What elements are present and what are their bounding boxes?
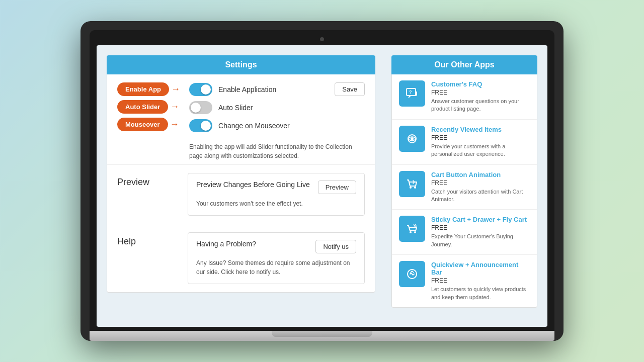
cart-animation-icon [399,171,425,197]
cart-animation-price: FREE [431,179,530,187]
laptop-screen: Settings Enable App → Auto [97,45,547,327]
mouseover-row: Change on Mouseover [189,119,365,132]
auto-slider-arrow: → [170,102,179,112]
svg-point-7 [414,231,416,233]
toggles-section: Enable App → Auto Slider → Mouseover → [107,74,375,165]
other-apps-panel: Our Other Apps ? Custome [391,55,537,317]
help-section: Help Having a Problem? Notify us Any Iss… [107,224,375,292]
mouseover-arrow: → [170,119,179,130]
mouseover-badge-row: Mouseover → [117,118,180,131]
camera-dot [320,37,324,41]
customers-faq-price: FREE [431,89,530,96]
preview-section: Preview Preview Changes Before Going Liv… [107,165,375,224]
sticky-cart-desc: Expedite Your Customer's Buying Journey. [431,233,530,248]
sticky-cart-name: Sticky Cart + Drawer + Fly Cart [431,216,530,223]
quickview-info: Quickview + Announcement Bar FREE Let cu… [431,261,530,301]
auto-slider-badge: Auto Slider [117,100,168,114]
customers-faq-desc: Answer customer questions on your produc… [431,98,530,113]
recently-viewed-name: Recently Viewed Items [431,126,530,133]
cart-animation-desc: Catch your visitors attention with Cart … [431,188,530,204]
preview-label: Preview [117,173,188,216]
preview-box: Preview Changes Before Going Live Previe… [188,173,365,216]
sticky-cart-info: Sticky Cart + Drawer + Fly Cart FREE Exp… [431,216,530,248]
preview-header: Preview Changes Before Going Live Previe… [196,180,356,194]
mouseover-label: Change on Mouseover [218,122,365,130]
svg-point-6 [410,231,412,233]
customers-faq-icon: ? [399,80,425,107]
help-subtitle: Any Issue? Some themes do require some a… [196,258,356,277]
screen-bezel: Settings Enable App → Auto [90,30,554,331]
quickview-name: Quickview + Announcement Bar [431,261,530,276]
recently-viewed-price: FREE [431,134,530,141]
other-apps-header: Our Other Apps [391,55,537,74]
auto-slider-row: Auto Slider [189,101,365,114]
cart-animation-info: Cart Button Animation FREE Catch your vi… [431,171,530,204]
sticky-cart-icon [399,216,425,242]
auto-slider-toggle[interactable] [189,101,212,114]
preview-button[interactable]: Preview [318,180,356,194]
laptop-stand [272,331,372,337]
cart-animation-name: Cart Button Animation [431,171,530,178]
svg-point-3 [411,137,414,140]
badges-column: Enable App → Auto Slider → Mouseover → [117,82,180,160]
preview-title: Preview Changes Before Going Live [196,180,310,189]
toggles-column: Enable Application Save Auto Slider [189,82,365,160]
enable-application-label: Enable Application [218,85,329,94]
help-header: Having a Problem? Notify us [196,240,356,253]
quickview-desc: Let customers to quickly view products a… [431,286,530,301]
app-item-quickview[interactable]: Quickview + Announcement Bar FREE Let cu… [392,255,537,307]
settings-panel: Settings Enable App → Auto [107,55,375,317]
recently-viewed-info: Recently Viewed Items FREE Provide your … [431,126,530,158]
settings-header: Settings [107,55,375,74]
mouseover-toggle[interactable] [189,119,212,132]
help-box: Having a Problem? Notify us Any Issue? S… [188,232,365,284]
app-item-recently-viewed[interactable]: Recently Viewed Items FREE Provide your … [392,120,537,165]
app-item-sticky-cart[interactable]: Sticky Cart + Drawer + Fly Cart FREE Exp… [392,210,537,255]
auto-slider-badge-row: Auto Slider → [117,100,180,114]
recently-viewed-icon [399,126,425,152]
auto-slider-label: Auto Slider [218,104,365,112]
help-label: Help [117,232,188,284]
laptop-frame: Settings Enable App → Auto [80,21,564,341]
svg-point-4 [410,187,412,189]
customers-faq-info: Customer's FAQ FREE Answer customer ques… [431,80,530,113]
enable-app-badge: Enable App [117,82,169,96]
help-title: Having a Problem? [196,240,256,248]
svg-point-5 [414,187,416,189]
customers-faq-name: Customer's FAQ [431,80,530,88]
enable-app-arrow: → [171,84,180,95]
app-item-customers-faq[interactable]: ? Customer's FAQ FREE Answer customer qu… [392,74,537,120]
notify-button[interactable]: Notify us [315,240,356,253]
settings-content: Enable App → Auto Slider → Mouseover → [107,74,375,293]
recently-viewed-desc: Provide your customers with a personaliz… [431,143,530,158]
mouseover-badge: Mouseover [117,118,168,131]
enable-application-row: Enable Application Save [189,82,365,96]
save-button[interactable]: Save [335,82,365,96]
info-text: Enabling the app will add Slider functio… [189,142,365,160]
quickview-icon [399,261,425,287]
sticky-cart-price: FREE [431,224,530,231]
main-layout: Settings Enable App → Auto [97,45,547,327]
enable-application-toggle[interactable] [189,83,212,96]
laptop-base [90,331,554,341]
app-item-cart-animation[interactable]: Cart Button Animation FREE Catch your vi… [392,165,537,210]
svg-text:?: ? [409,89,412,95]
enable-app-badge-row: Enable App → [117,82,180,96]
preview-subtitle: Your customers won't see the effect yet. [196,199,356,208]
quickview-price: FREE [431,277,530,284]
apps-list: ? Customer's FAQ FREE Answer customer qu… [391,74,537,308]
